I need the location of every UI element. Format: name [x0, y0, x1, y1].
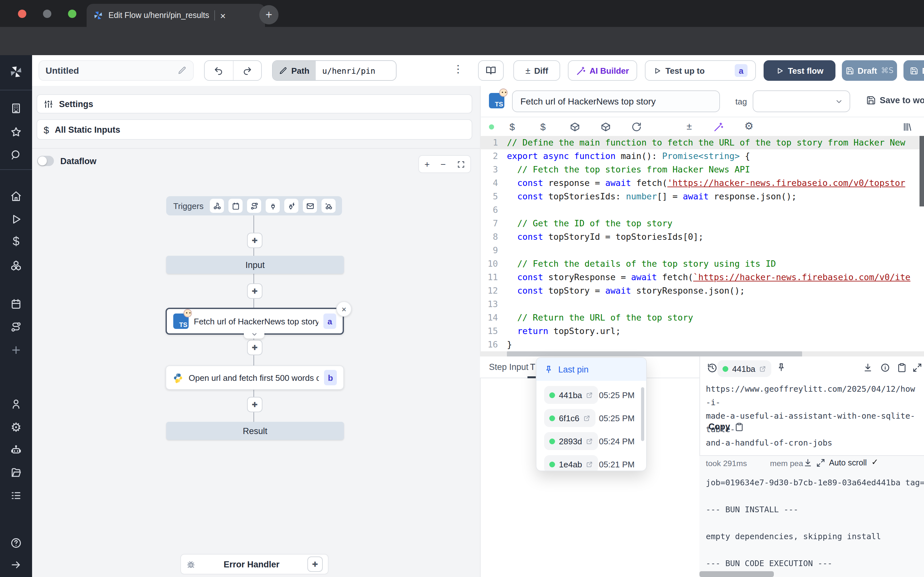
expand-icon[interactable]	[816, 458, 825, 467]
browser-tab[interactable]: Edit Flow u/henri/pin_results ×	[87, 4, 265, 27]
more-options-kebab-icon[interactable]: ⋮	[453, 63, 463, 75]
triggers-node[interactable]: Triggers	[166, 196, 342, 215]
sidebar-item-folders[interactable]	[0, 464, 32, 481]
route-trigger-button[interactable]	[247, 199, 261, 213]
path-control[interactable]: Path u/henri/pin	[272, 60, 397, 81]
test-flow-button[interactable]: Test flow	[764, 60, 835, 81]
kafka-trigger-button[interactable]	[284, 199, 298, 213]
static-inputs-button[interactable]: $	[509, 121, 515, 132]
sidebar-item-runs[interactable]	[0, 211, 32, 227]
pin-icon[interactable]	[776, 362, 786, 372]
external-link-icon[interactable]	[586, 392, 593, 398]
pin-item[interactable]: 1e4ab05:21 PM	[544, 455, 640, 471]
auto-scroll-checkbox[interactable]: ✓	[871, 457, 879, 467]
test-up-to-button[interactable]: Test up to a	[645, 60, 756, 81]
sidebar-item-help[interactable]	[0, 535, 32, 551]
step-node-b[interactable]: Open url and fetch first 500 words of ..…	[166, 366, 344, 390]
step-title-input[interactable]: Fetch url of HackerNews top story	[512, 90, 720, 112]
sidebar-item-settings[interactable]: ⚙	[0, 419, 32, 435]
add-step-button[interactable]: ✚	[247, 340, 262, 355]
docs-button[interactable]	[478, 60, 504, 81]
sidebar-collapse-arrow[interactable]	[0, 556, 32, 573]
window-minimize-button[interactable]	[43, 10, 51, 18]
sidebar-item-variables[interactable]: $	[0, 234, 32, 250]
dropdown-scrollbar[interactable]	[641, 387, 644, 441]
deploy-button[interactable]: Deploy	[903, 60, 924, 81]
external-link-icon[interactable]	[759, 365, 766, 372]
diff-mode-button[interactable]: ±	[687, 121, 692, 131]
fit-view-icon[interactable]	[457, 160, 465, 168]
sidebar-item-resources[interactable]	[0, 257, 32, 274]
expand-icon[interactable]	[913, 363, 922, 372]
tab-close-icon[interactable]: ×	[220, 11, 226, 20]
result-run-badge[interactable]: 441ba	[717, 360, 771, 377]
flow-name-field[interactable]: Untitled	[39, 60, 194, 81]
all-static-inputs-button[interactable]: $ All Static Inputs	[37, 119, 472, 140]
info-icon[interactable]	[880, 363, 890, 372]
sidebar-item-home[interactable]	[0, 188, 32, 205]
external-link-icon[interactable]	[583, 414, 590, 422]
edit-pencil-icon[interactable]	[178, 66, 187, 75]
download-icon[interactable]	[863, 363, 873, 372]
library-icon[interactable]	[902, 122, 913, 132]
draft-button[interactable]: Draft ⌘S	[842, 60, 897, 81]
sidebar-item-flows[interactable]	[0, 319, 32, 335]
reload-icon[interactable]	[632, 122, 642, 132]
window-close-button[interactable]	[18, 10, 26, 18]
sidebar-item-favorites[interactable]	[0, 124, 32, 140]
last-pin-option[interactable]: Last pin	[536, 358, 646, 381]
log-lines[interactable]: job=019634e7-9d30-b7cb-1e89-03a64ed441ba…	[706, 476, 924, 570]
diff-button[interactable]: ± Diff	[513, 60, 560, 81]
run-id-pill[interactable]: 1e4ab	[544, 455, 598, 471]
add-error-handler-button[interactable]: ✚	[307, 556, 323, 572]
package-icon[interactable]	[570, 122, 580, 132]
save-to-workspace-button[interactable]: Save to workspace	[866, 95, 924, 105]
download-icon[interactable]	[803, 458, 813, 467]
email-trigger-button[interactable]	[303, 199, 317, 213]
history-icon[interactable]	[707, 363, 717, 373]
external-link-icon[interactable]	[586, 438, 593, 445]
clipboard-icon[interactable]	[897, 363, 907, 372]
editor-settings-button[interactable]: ⚙	[744, 120, 754, 132]
add-step-button[interactable]: ✚	[247, 397, 262, 412]
undo-button[interactable]	[205, 61, 233, 80]
path-button[interactable]: Path	[273, 61, 316, 80]
poll-trigger-button[interactable]	[321, 199, 336, 213]
sidebar-item-schedules[interactable]	[0, 295, 32, 312]
flow-settings-button[interactable]: Settings	[37, 94, 472, 113]
sidebar-item-add[interactable]	[0, 342, 32, 358]
zoom-out-button[interactable]: −	[441, 159, 446, 169]
redo-button[interactable]	[233, 61, 261, 80]
remove-step-button[interactable]: ×	[336, 301, 352, 317]
pin-item[interactable]: 6f1c605:25 PM	[544, 409, 640, 427]
run-id-pill[interactable]: 2893d	[544, 432, 598, 450]
sidebar-item-workers[interactable]	[0, 442, 32, 458]
schedule-trigger-button[interactable]	[228, 199, 242, 213]
editor-vscrollbar[interactable]	[919, 136, 924, 206]
sidebar-item-search[interactable]	[0, 147, 32, 163]
magic-wand-icon[interactable]	[714, 122, 724, 132]
expand-step-button[interactable]	[244, 330, 264, 338]
logs-hscrollbar[interactable]	[699, 571, 774, 577]
add-step-button[interactable]: ✚	[247, 233, 262, 248]
copy-result-button[interactable]: Copy	[708, 422, 744, 432]
package-icon[interactable]	[601, 122, 611, 132]
window-zoom-button[interactable]	[68, 10, 76, 18]
mqtt-trigger-button[interactable]	[266, 199, 280, 213]
dataflow-toggle[interactable]	[37, 156, 54, 166]
variables-button[interactable]: $	[540, 121, 546, 132]
add-step-button[interactable]: ✚	[247, 284, 262, 299]
code-editor[interactable]: 1// Define the main function to fetch th…	[480, 136, 919, 350]
external-link-icon[interactable]	[586, 461, 593, 468]
sidebar-item-audit-logs[interactable]	[0, 487, 32, 504]
zoom-in-button[interactable]: +	[425, 159, 430, 169]
sidebar-item-workspace[interactable]	[0, 100, 32, 117]
run-id-pill[interactable]: 441ba	[544, 386, 598, 404]
run-id-pill[interactable]: 6f1c6	[544, 409, 596, 427]
tag-select[interactable]	[753, 90, 850, 112]
new-tab-button[interactable]: +	[259, 5, 278, 24]
input-node[interactable]: Input	[166, 256, 344, 274]
pin-item[interactable]: 2893d05:24 PM	[544, 432, 640, 450]
sidebar-item-users[interactable]	[0, 396, 32, 412]
webhook-trigger-button[interactable]	[210, 199, 224, 213]
